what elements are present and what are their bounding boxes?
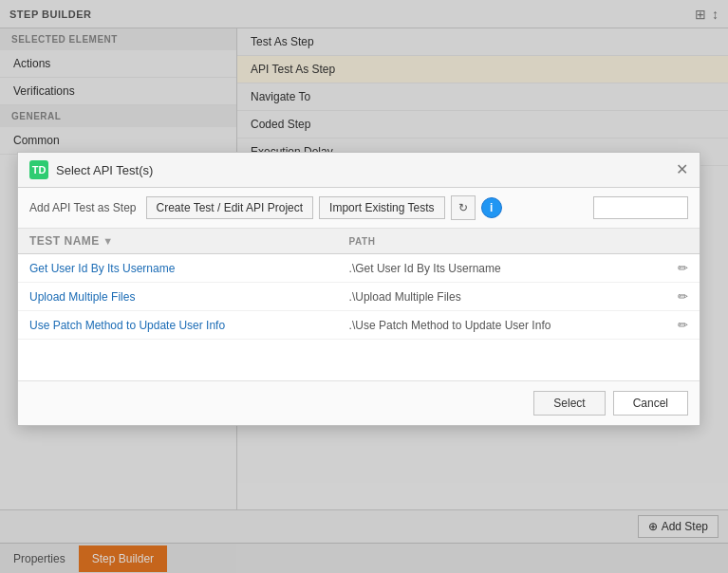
test-name-column-header: TEST NAME ▼ [18,229,338,254]
cancel-button[interactable]: Cancel [613,391,688,416]
action-column-header [666,229,700,254]
tests-table: TEST NAME ▼ PATH Get User Id By Its User… [18,229,700,340]
modal-footer: Select Cancel [18,380,700,425]
modal-close-button[interactable]: ✕ [676,162,688,177]
path-cell: .\Use Patch Method to Update User Info [338,311,666,340]
table-row: Upload Multiple Files .\Upload Multiple … [18,283,700,311]
edit-cell[interactable]: ✏ [666,283,700,311]
modal-header: TD Select API Test(s) ✕ [18,153,700,188]
path-cell: .\Get User Id By Its Username [338,254,666,283]
edit-icon[interactable]: ✏ [678,289,688,304]
test-name-cell[interactable]: Upload Multiple Files [18,283,338,311]
select-api-tests-modal: TD Select API Test(s) ✕ Add API Test as … [17,152,700,426]
import-tests-button[interactable]: Import Existing Tests [319,196,444,219]
table-row: Get User Id By Its Username .\Get User I… [18,254,700,283]
modal-toolbar: Add API Test as Step Create Test / Edit … [18,188,700,229]
test-name-cell[interactable]: Use Patch Method to Update User Info [18,311,338,340]
search-input[interactable] [593,196,688,219]
refresh-button[interactable]: ↻ [451,195,476,220]
path-cell: .\Upload Multiple Files [338,283,666,311]
info-icon: i [490,201,493,214]
edit-cell[interactable]: ✏ [666,311,700,340]
modal-icon: TD [29,160,48,179]
modal-title: Select API Test(s) [56,163,153,177]
edit-cell[interactable]: ✏ [666,254,700,283]
select-button[interactable]: Select [533,391,605,416]
table-wrapper: TEST NAME ▼ PATH Get User Id By Its User… [18,229,700,380]
info-button[interactable]: i [481,197,502,218]
edit-icon[interactable]: ✏ [678,318,688,332]
table-row: Use Patch Method to Update User Info .\U… [18,311,700,340]
path-column-header: PATH [338,229,666,254]
test-name-cell[interactable]: Get User Id By Its Username [18,254,338,283]
add-api-label: Add API Test as Step [29,201,137,214]
edit-icon[interactable]: ✏ [678,261,688,275]
modal-header-left: TD Select API Test(s) [29,160,153,179]
filter-icon[interactable]: ▼ [103,235,113,247]
refresh-icon: ↻ [458,201,468,214]
modal-overlay: TD Select API Test(s) ✕ Add API Test as … [0,0,728,573]
create-test-button[interactable]: Create Test / Edit API Project [146,196,314,219]
